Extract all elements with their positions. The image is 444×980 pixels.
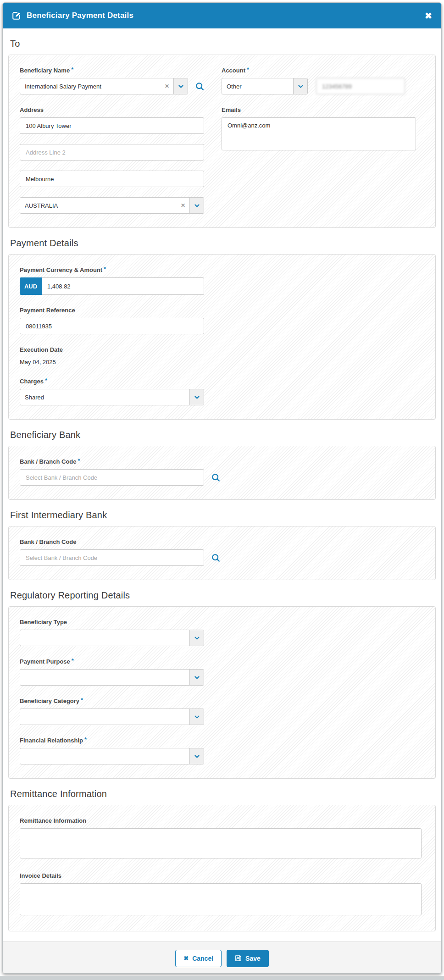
execution-date-field: Execution Date May 04, 2025: [20, 346, 424, 366]
required-marker: *: [247, 66, 249, 73]
beneficiary-bank-code-input[interactable]: [20, 469, 204, 486]
modal-body: To Beneficiary Name* ✕: [3, 28, 441, 941]
beneficiary-category-label: Beneficiary Category*: [20, 698, 424, 704]
address-line2-input[interactable]: [20, 144, 204, 161]
chevron-down-icon[interactable]: [189, 630, 204, 646]
beneficiary-type-field: Beneficiary Type: [20, 619, 424, 646]
beneficiary-bank-heading: Beneficiary Bank: [10, 430, 434, 440]
beneficiary-bank-panel: Bank / Branch Code*: [8, 446, 436, 500]
save-icon: [235, 955, 242, 962]
required-marker: *: [71, 66, 73, 73]
payment-purpose-field: Payment Purpose*: [20, 658, 424, 686]
payment-reference-field: Payment Reference: [20, 307, 424, 334]
modal-footer: ✖ Cancel Save: [3, 941, 441, 974]
charges-field: Charges* Shared: [20, 378, 424, 405]
close-icon[interactable]: ✖: [425, 11, 432, 20]
regulatory-panel: Beneficiary Type Payment Purpose*: [8, 606, 436, 779]
currency-badge: AUD: [20, 277, 42, 295]
payment-reference-label: Payment Reference: [20, 307, 424, 314]
modal-title: Beneficiary Payment Details: [27, 11, 133, 20]
beneficiary-category-value: [20, 709, 189, 725]
remittance-information-textarea[interactable]: [20, 828, 422, 858]
cancel-button-label: Cancel: [192, 955, 213, 962]
cancel-button[interactable]: ✖ Cancel: [175, 950, 222, 967]
remittance-panel: Remittance Information Invoice Details: [8, 805, 436, 931]
chevron-down-icon[interactable]: [189, 709, 204, 725]
financial-relationship-field: Financial Relationship*: [20, 737, 424, 764]
bank-branch-code-label: Bank / Branch Code*: [20, 458, 424, 465]
bank-branch-code-label: Bank / Branch Code: [20, 538, 424, 545]
account-type-value: Other: [222, 78, 293, 94]
currency-amount-field: Payment Currency & Amount* AUD: [20, 266, 424, 295]
intermediary-bank-code-field: Bank / Branch Code: [20, 538, 424, 566]
country-combobox[interactable]: ✕: [20, 197, 204, 214]
chevron-down-icon[interactable]: [189, 670, 204, 685]
payment-purpose-value: [20, 670, 189, 685]
clear-icon[interactable]: ✕: [161, 78, 173, 94]
beneficiary-name-field: Beneficiary Name* ✕: [20, 67, 204, 94]
financial-relationship-label: Financial Relationship*: [20, 737, 424, 744]
charges-label: Charges*: [20, 378, 424, 385]
beneficiary-type-select[interactable]: [20, 630, 204, 646]
address-line1-input[interactable]: [20, 117, 204, 134]
execution-date-label: Execution Date: [20, 346, 424, 353]
to-section-heading: To: [10, 39, 434, 49]
beneficiary-name-combobox[interactable]: ✕: [20, 78, 188, 94]
currency-amount-label: Payment Currency & Amount*: [20, 266, 424, 273]
beneficiary-name-input[interactable]: [20, 78, 161, 94]
beneficiary-type-label: Beneficiary Type: [20, 619, 424, 626]
regulatory-heading: Regulatory Reporting Details: [10, 590, 434, 601]
clear-icon[interactable]: ✕: [177, 198, 189, 213]
address-city-input[interactable]: [20, 171, 204, 187]
beneficiary-type-value: [20, 630, 189, 646]
required-marker: *: [84, 736, 87, 743]
account-number-input[interactable]: [316, 78, 405, 94]
save-button[interactable]: Save: [227, 950, 269, 967]
to-panel: Beneficiary Name* ✕: [8, 55, 436, 228]
required-marker: *: [104, 266, 106, 272]
charges-select[interactable]: Shared: [20, 389, 204, 405]
required-marker: *: [78, 457, 80, 464]
invoice-details-textarea[interactable]: [20, 883, 422, 915]
account-label: Account*: [222, 67, 416, 74]
emails-label: Emails: [222, 106, 416, 113]
remittance-heading: Remittance Information: [10, 789, 434, 799]
payment-details-panel: Payment Currency & Amount* AUD Payment R…: [8, 254, 436, 420]
modal-header: Beneficiary Payment Details ✖: [3, 3, 441, 28]
beneficiary-name-label: Beneficiary Name*: [20, 67, 204, 74]
chevron-down-icon[interactable]: [293, 78, 307, 94]
edit-icon: [12, 11, 21, 20]
bank-search-icon[interactable]: [211, 473, 220, 482]
address-label: Address: [20, 106, 204, 113]
chevron-down-icon[interactable]: [189, 748, 204, 764]
intermediary-bank-code-input[interactable]: [20, 549, 204, 566]
intermediary-bank-panel: Bank / Branch Code: [8, 526, 436, 580]
required-marker: *: [45, 377, 47, 384]
required-marker: *: [81, 697, 83, 703]
beneficiary-category-field: Beneficiary Category*: [20, 698, 424, 725]
intermediary-bank-heading: First Intermediary Bank: [10, 510, 434, 520]
country-input[interactable]: [20, 198, 177, 213]
chevron-down-icon[interactable]: [189, 198, 204, 213]
page-background-strip: [0, 976, 444, 980]
payment-reference-input[interactable]: [20, 318, 204, 334]
emails-textarea[interactable]: Omni@anz.com: [222, 117, 416, 150]
bank-search-icon[interactable]: [211, 554, 220, 562]
chevron-down-icon[interactable]: [189, 389, 204, 405]
invoice-details-field: Invoice Details: [20, 872, 424, 917]
amount-input[interactable]: [42, 277, 204, 295]
payment-purpose-select[interactable]: [20, 669, 204, 686]
beneficiary-search-icon[interactable]: [195, 82, 204, 91]
beneficiary-category-select[interactable]: [20, 709, 204, 725]
beneficiary-payment-details-modal: Beneficiary Payment Details ✖ To Benefic…: [2, 2, 442, 974]
charges-value: Shared: [20, 389, 189, 405]
cancel-x-icon: ✖: [183, 955, 189, 962]
chevron-down-icon[interactable]: [173, 78, 188, 94]
financial-relationship-select[interactable]: [20, 748, 204, 764]
account-field: Account* Other: [222, 67, 416, 94]
execution-date-value: May 04, 2025: [20, 357, 56, 365]
financial-relationship-value: [20, 748, 189, 764]
account-type-select[interactable]: Other: [222, 78, 308, 94]
payment-purpose-label: Payment Purpose*: [20, 658, 424, 665]
remittance-information-field: Remittance Information: [20, 817, 424, 860]
